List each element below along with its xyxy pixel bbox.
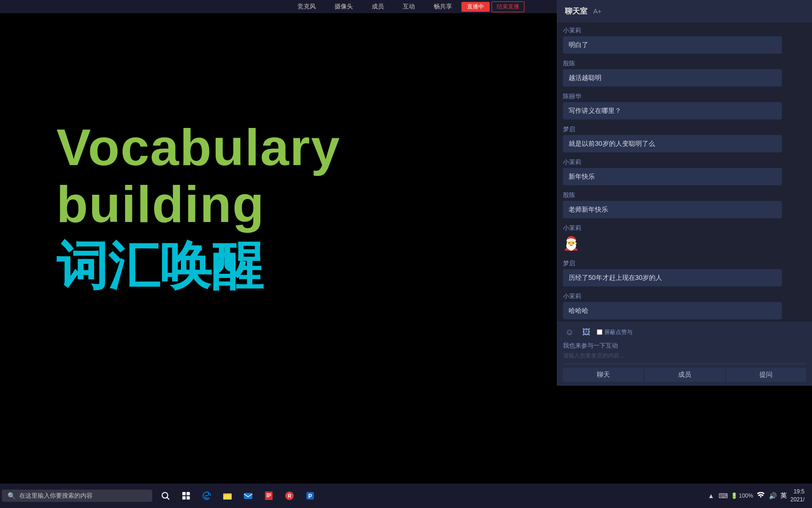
chat-input-box[interactable]: 请输入您要发言的内容... xyxy=(563,350,806,364)
svg-rect-7 xyxy=(244,493,252,499)
chat-messages-list: 小茉莉 明白了 殷陈 越活越聪明 陈丽华 写作讲义在哪里？ 梦启 就是以前30岁… xyxy=(557,23,812,322)
chat-participate-hint: 我也来参与一下互动 xyxy=(563,341,806,350)
screen-share-checkbox[interactable] xyxy=(597,329,602,335)
chat-input-area: ☺ 🖼 屏蔽点赞与 我也来参与一下互动 请输入您要发言的内容... 聊天 成员 … xyxy=(557,322,812,386)
nav-item-interact[interactable]: 互动 xyxy=(393,0,424,13)
chat-input-hint: 请输入您要发言的内容... xyxy=(563,352,624,359)
bubble-6: 老师新年快乐 xyxy=(563,201,782,218)
taskbar-right: ▲ ⌨ 🔋 100% 🔊 英 19:5 2021/ xyxy=(706,488,810,504)
bubble-5: 新年快乐 xyxy=(563,168,782,185)
message-4: 梦启 就是以前30岁的人变聪明了么 xyxy=(563,125,806,152)
message-6: 殷陈 老师新年快乐 xyxy=(563,191,806,218)
sender-3: 陈丽华 xyxy=(563,92,806,101)
search-placeholder: 在这里输入你要搜索的内容 xyxy=(19,492,93,500)
sender-7: 小茉莉 xyxy=(563,224,806,232)
message-7: 小茉莉 🎅 xyxy=(563,224,806,254)
chat-panel: 聊天室 A+ 小茉莉 明白了 殷陈 越活越聪明 陈丽华 写作讲义在哪里？ 梦启 … xyxy=(557,0,812,386)
svg-point-0 xyxy=(162,492,168,498)
taskbar-icons: R P xyxy=(156,486,320,505)
english-text: Vocabulary building xyxy=(56,119,557,232)
sender-9: 小茉莉 xyxy=(563,292,806,301)
chinese-text: 词汇唤醒 xyxy=(56,237,557,294)
clock-date: 2021/ xyxy=(790,496,804,504)
sender-8: 梦启 xyxy=(563,259,806,268)
svg-text:P: P xyxy=(308,493,312,500)
up-arrow-icon[interactable]: ▲ xyxy=(706,491,716,500)
sender-2: 殷陈 xyxy=(563,59,806,68)
system-tray: ▲ ⌨ 🔋 100% 🔊 英 xyxy=(706,491,787,500)
task-view-icon[interactable] xyxy=(177,486,195,505)
svg-rect-4 xyxy=(182,496,186,500)
nav-item-camera[interactable]: 摄像头 xyxy=(325,0,362,13)
svg-rect-9 xyxy=(266,493,271,494)
mail-icon[interactable] xyxy=(239,486,258,505)
search-bar[interactable]: 🔍 在这里输入你要搜索的内容 xyxy=(2,490,152,502)
chat-input-tools: ☺ 🖼 屏蔽点赞与 xyxy=(563,325,806,339)
edge-icon[interactable] xyxy=(197,486,216,505)
svg-rect-11 xyxy=(266,496,270,497)
message-1: 小茉莉 明白了 xyxy=(563,26,806,54)
svg-rect-5 xyxy=(187,496,190,500)
screen-share-label-wrap[interactable]: 屏蔽点赞与 xyxy=(597,328,632,336)
red-app-icon[interactable]: R xyxy=(280,486,299,505)
volume-icon[interactable]: 🔊 xyxy=(768,491,778,500)
emoji-icon[interactable]: ☺ xyxy=(563,325,576,339)
network-icon[interactable] xyxy=(756,491,765,500)
powerpoint-icon[interactable] xyxy=(259,486,278,505)
live-button[interactable]: 直播中 xyxy=(461,2,490,12)
keyboard-icon[interactable]: ⌨ xyxy=(718,491,728,500)
search-icon: 🔍 xyxy=(8,492,16,500)
blue-p-icon[interactable]: P xyxy=(301,486,320,505)
svg-line-1 xyxy=(167,498,170,500)
battery-percent: 100% xyxy=(739,492,753,499)
chat-btn[interactable]: 聊天 xyxy=(563,368,643,382)
svg-rect-2 xyxy=(182,492,186,495)
svg-rect-3 xyxy=(187,492,190,495)
chat-bottom-buttons: 聊天 成员 提问 xyxy=(563,368,806,382)
language-indicator[interactable]: 英 xyxy=(781,492,787,500)
chat-title: 聊天室 xyxy=(565,7,587,15)
file-explorer-icon[interactable] xyxy=(218,486,237,505)
battery-indicator: 🔋 100% xyxy=(731,492,753,499)
bubble-7: 🎅 xyxy=(563,234,782,254)
chat-header: 聊天室 A+ xyxy=(557,0,812,23)
sender-6: 殷陈 xyxy=(563,191,806,199)
svg-text:R: R xyxy=(288,493,291,499)
taskbar: 🔍 在这里输入你要搜索的内容 xyxy=(0,484,812,508)
chat-title-suffix: A+ xyxy=(593,8,601,15)
screen-share-label: 屏蔽点赞与 xyxy=(604,328,632,336)
bubble-1: 明白了 xyxy=(563,36,782,54)
main-content: Vocabulary building 词汇唤醒 xyxy=(0,13,557,399)
nav-item-members[interactable]: 成员 xyxy=(362,0,393,13)
bubble-9: 哈哈哈 xyxy=(563,302,782,319)
bubble-2: 越活越聪明 xyxy=(563,69,782,87)
members-btn[interactable]: 成员 xyxy=(644,368,725,382)
end-live-button[interactable]: 结束直播 xyxy=(492,1,524,12)
clock-time: 19:5 xyxy=(790,488,804,496)
message-2: 殷陈 越活越聪明 xyxy=(563,59,806,87)
svg-rect-8 xyxy=(265,492,273,500)
bubble-8: 历经了50年才赶上现在30岁的人 xyxy=(563,269,782,286)
bubble-3: 写作讲义在哪里？ xyxy=(563,102,782,119)
message-3: 陈丽华 写作讲义在哪里？ xyxy=(563,92,806,119)
raise-btn[interactable]: 提问 xyxy=(726,368,806,382)
nav-item-mic[interactable]: 竞克风 xyxy=(288,0,325,13)
time-display: 19:5 2021/ xyxy=(790,488,804,504)
bubble-4: 就是以前30岁的人变聪明了么 xyxy=(563,135,782,152)
sender-5: 小茉莉 xyxy=(563,158,806,167)
message-8: 梦启 历经了50年才赶上现在30岁的人 xyxy=(563,259,806,286)
search-taskbar-icon[interactable] xyxy=(156,486,175,505)
sender-1: 小茉莉 xyxy=(563,26,806,35)
sender-4: 梦启 xyxy=(563,125,806,134)
nav-item-share[interactable]: 畅共享 xyxy=(424,0,461,13)
svg-rect-10 xyxy=(266,495,271,496)
battery-icon: 🔋 xyxy=(731,492,738,499)
message-9: 小茉莉 哈哈哈 xyxy=(563,292,806,319)
image-icon[interactable]: 🖼 xyxy=(580,325,593,339)
message-5: 小茉莉 新年快乐 xyxy=(563,158,806,185)
